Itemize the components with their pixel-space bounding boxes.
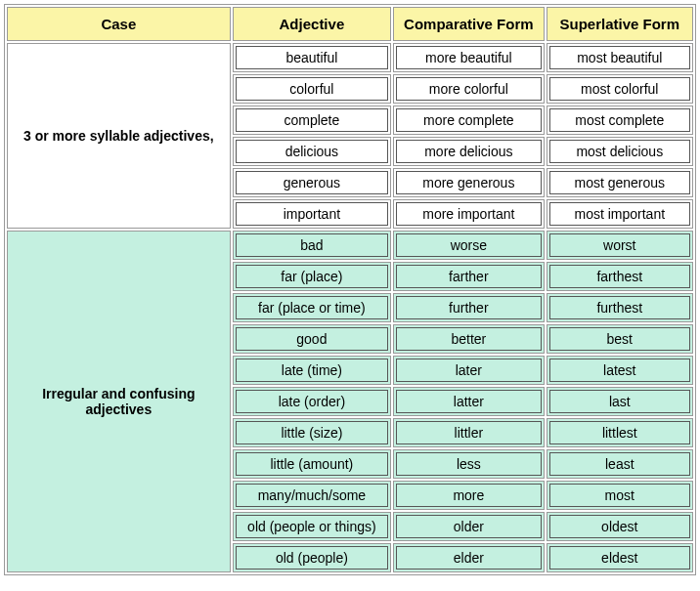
comparative-cell-text: elder xyxy=(396,546,541,570)
comparative-cell-text: worse xyxy=(396,233,541,257)
comparative-cell: more complete xyxy=(393,106,544,135)
superlative-cell-text: last xyxy=(549,390,690,413)
adjective-cell: good xyxy=(233,324,391,354)
adjective-cell-text: old (people) xyxy=(236,546,388,570)
adjective-cell-text: good xyxy=(236,327,388,351)
adjective-cell-text: far (place or time) xyxy=(236,296,388,319)
adjective-cell-text: important xyxy=(236,202,388,226)
comparative-cell: more generous xyxy=(393,168,544,197)
superlative-cell: farthest xyxy=(547,262,693,291)
superlative-cell: furthest xyxy=(547,293,693,322)
superlative-cell-text: eldest xyxy=(549,546,690,570)
comparative-cell-text: latter xyxy=(396,390,541,413)
superlative-cell: most generous xyxy=(547,168,693,197)
adjective-cell-text: delicious xyxy=(236,140,388,163)
adjective-forms-table: Case Adjective Comparative Form Superlat… xyxy=(4,4,696,575)
comparative-cell: littler xyxy=(393,418,544,447)
superlative-cell: latest xyxy=(547,356,693,385)
comparative-cell: more colorful xyxy=(393,74,544,104)
adjective-cell: little (size) xyxy=(233,418,391,447)
comparative-cell: more beautiful xyxy=(393,43,544,72)
comparative-cell: latter xyxy=(393,387,544,416)
superlative-cell: most complete xyxy=(547,106,693,135)
comparative-cell-text: more complete xyxy=(396,108,541,132)
superlative-cell: most colorful xyxy=(547,74,693,104)
table-row: 3 or more syllable adjectives,beautifulm… xyxy=(7,43,693,72)
comparative-cell: farther xyxy=(393,262,544,291)
comparative-cell: less xyxy=(393,449,544,479)
table-row: Irregular and confusing adjectivesbadwor… xyxy=(7,231,693,260)
superlative-cell-text: oldest xyxy=(549,515,690,538)
adjective-cell: late (order) xyxy=(233,387,391,416)
adjective-cell-text: many/much/some xyxy=(236,484,388,507)
adjective-cell-text: old (people or things) xyxy=(236,515,388,538)
superlative-cell: most xyxy=(547,481,693,510)
comparative-cell-text: more xyxy=(396,484,541,507)
adjective-cell: generous xyxy=(233,168,391,197)
adjective-cell-text: far (place) xyxy=(236,265,388,288)
header-adjective: Adjective xyxy=(233,7,391,41)
header-case: Case xyxy=(7,7,231,41)
comparative-cell: more delicious xyxy=(393,137,544,166)
adjective-cell: late (time) xyxy=(233,356,391,385)
adjective-cell-text: generous xyxy=(236,171,388,194)
comparative-cell-text: better xyxy=(396,327,541,351)
comparative-cell: better xyxy=(393,324,544,354)
superlative-cell-text: littlest xyxy=(549,421,690,444)
superlative-cell-text: most colorful xyxy=(549,77,690,101)
superlative-cell-text: best xyxy=(549,327,690,351)
comparative-cell-text: later xyxy=(396,359,541,382)
superlative-cell-text: furthest xyxy=(549,296,690,319)
adjective-cell: colorful xyxy=(233,74,391,104)
adjective-cell: old (people or things) xyxy=(233,512,391,541)
adjective-cell: complete xyxy=(233,106,391,135)
comparative-cell: further xyxy=(393,293,544,322)
superlative-cell: most important xyxy=(547,199,693,229)
adjective-cell-text: little (size) xyxy=(236,421,388,444)
superlative-cell: best xyxy=(547,324,693,354)
superlative-cell: oldest xyxy=(547,512,693,541)
adjective-cell: many/much/some xyxy=(233,481,391,510)
superlative-cell: littlest xyxy=(547,418,693,447)
case-label: 3 or more syllable adjectives, xyxy=(7,43,231,229)
adjective-cell: bad xyxy=(233,231,391,260)
superlative-cell-text: worst xyxy=(549,233,690,257)
superlative-cell: least xyxy=(547,449,693,479)
header-superlative: Superlative Form xyxy=(547,7,693,41)
adjective-cell: important xyxy=(233,199,391,229)
adjective-cell-text: late (order) xyxy=(236,390,388,413)
adjective-cell: old (people) xyxy=(233,543,391,572)
superlative-cell-text: most generous xyxy=(549,171,690,194)
comparative-cell-text: less xyxy=(396,452,541,476)
comparative-cell-text: more beautiful xyxy=(396,46,541,69)
comparative-cell-text: further xyxy=(396,296,541,319)
adjective-cell-text: beautiful xyxy=(236,46,388,69)
comparative-cell: elder xyxy=(393,543,544,572)
superlative-cell-text: farthest xyxy=(549,265,690,288)
superlative-cell-text: most xyxy=(549,484,690,507)
superlative-cell-text: most beautiful xyxy=(549,46,690,69)
superlative-cell: most beautiful xyxy=(547,43,693,72)
superlative-cell: last xyxy=(547,387,693,416)
superlative-cell: eldest xyxy=(547,543,693,572)
adjective-cell: delicious xyxy=(233,137,391,166)
adjective-cell-text: colorful xyxy=(236,77,388,101)
header-row: Case Adjective Comparative Form Superlat… xyxy=(7,7,693,41)
comparative-cell: more xyxy=(393,481,544,510)
case-label: Irregular and confusing adjectives xyxy=(7,231,231,572)
comparative-cell: more important xyxy=(393,199,544,229)
superlative-cell-text: most complete xyxy=(549,108,690,132)
superlative-cell-text: least xyxy=(549,452,690,476)
comparative-cell-text: littler xyxy=(396,421,541,444)
superlative-cell-text: most delicious xyxy=(549,140,690,163)
comparative-cell-text: more generous xyxy=(396,171,541,194)
comparative-cell-text: older xyxy=(396,515,541,538)
table-body: Case Adjective Comparative Form Superlat… xyxy=(7,7,693,572)
adjective-cell-text: late (time) xyxy=(236,359,388,382)
header-comparative: Comparative Form xyxy=(393,7,544,41)
adjective-cell: far (place) xyxy=(233,262,391,291)
comparative-cell-text: more delicious xyxy=(396,140,541,163)
adjective-cell-text: bad xyxy=(236,233,388,257)
adjective-cell-text: little (amount) xyxy=(236,452,388,476)
comparative-cell: later xyxy=(393,356,544,385)
